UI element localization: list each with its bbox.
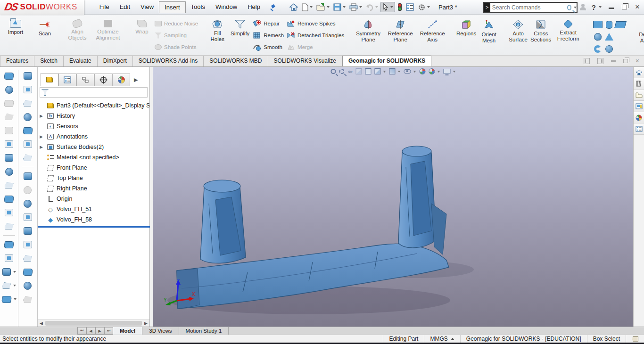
tree-item-material[interactable]: Material <not specified> <box>40 152 149 163</box>
new-document-button[interactable] <box>300 2 314 12</box>
edit-appearance-icon[interactable] <box>420 68 426 74</box>
tool-magnify-box-icon[interactable] <box>24 171 32 181</box>
merge-button[interactable]: Merge <box>287 42 344 52</box>
cross-sections-button[interactable]: Cross Sections <box>530 17 552 54</box>
tool-ghost-icon[interactable] <box>24 185 32 195</box>
displaymanager-tab[interactable] <box>112 74 130 86</box>
tool-delete-mesh-icon[interactable] <box>5 207 13 218</box>
tree-item-annotations[interactable]: ▶A Annotations <box>40 131 149 142</box>
graphics-viewport[interactable]: ⇦ Z X Y <box>153 67 633 327</box>
tool-box-down-icon[interactable] <box>24 84 32 95</box>
options-list-button[interactable] <box>405 2 415 12</box>
tool-smooth-surface-icon[interactable] <box>5 253 13 263</box>
tree-item-front-plane[interactable]: Front Plane <box>40 163 149 173</box>
print-button[interactable] <box>348 2 363 12</box>
tree-horizontal-scrollbar[interactable]: ◀ ▶ <box>38 319 149 327</box>
menu-help[interactable]: Help <box>242 1 265 13</box>
tool-pins-icon[interactable] <box>2 280 16 291</box>
tool-plane-icon[interactable] <box>5 153 13 163</box>
tool-push-icon[interactable] <box>5 112 14 122</box>
primitive-revolve-icon[interactable] <box>594 33 602 41</box>
tool-wrap-surface-icon[interactable] <box>5 139 13 149</box>
tool-import-surface-icon[interactable] <box>4 71 14 81</box>
close-button[interactable]: × <box>634 2 641 12</box>
import-button[interactable]: Import <box>5 17 26 54</box>
menu-window[interactable]: Window <box>210 1 242 13</box>
scroll-right-icon[interactable]: ▶ <box>142 321 149 326</box>
detached-triangles-button[interactable]: Detached Triangles <box>287 31 344 40</box>
user-account-icon[interactable] <box>579 4 586 10</box>
menu-edit[interactable]: Edit <box>115 1 135 13</box>
tab-motion-study-1[interactable]: Motion Study 1 <box>179 327 229 335</box>
tree-item-history[interactable]: ▶↻ History <box>40 111 149 121</box>
tree-item-volvo-fh-51[interactable]: ◇ Volvo_FH_51 <box>40 204 149 214</box>
tree-filter-box[interactable] <box>40 87 148 98</box>
reference-plane-button[interactable]: Reference Plane <box>385 17 416 54</box>
tool-solid-wedge-icon[interactable] <box>24 226 32 236</box>
tool-box-wave-icon[interactable] <box>24 212 32 222</box>
primitive-cylinder-icon[interactable] <box>606 21 612 29</box>
configurationmanager-tab[interactable] <box>76 74 94 86</box>
tab-sketch[interactable]: Sketch <box>34 56 64 66</box>
tool-new-folder-icon[interactable] <box>23 267 33 277</box>
fill-holes-button[interactable]: Fill Holes <box>206 17 228 54</box>
optimize-alignment-button[interactable]: Optimize Alignment <box>92 17 124 54</box>
tree-item-origin[interactable]: Origin <box>40 194 149 204</box>
collapse-left-panel-icon[interactable] <box>584 58 590 64</box>
tab-dimxpert[interactable]: DimXpert <box>98 56 133 66</box>
menu-file[interactable]: File <box>94 1 115 13</box>
zoom-to-fit-icon[interactable] <box>330 69 336 74</box>
design-library-icon[interactable] <box>634 78 644 90</box>
apply-scene-icon[interactable] <box>429 68 440 74</box>
doc-minimize-icon[interactable] <box>611 60 616 62</box>
menu-view[interactable]: View <box>135 1 159 13</box>
propertymanager-tab[interactable] <box>58 74 76 86</box>
open-document-button[interactable] <box>315 2 331 12</box>
appearances-scenes-icon[interactable] <box>634 112 644 123</box>
tool-box-out-icon[interactable] <box>23 253 32 263</box>
tool-magnify-icon[interactable] <box>24 198 32 209</box>
primitive-plane-icon[interactable] <box>614 21 627 28</box>
save-button[interactable] <box>332 2 347 12</box>
tab-solidworks-addins[interactable]: SOLIDWORKS Add-Ins <box>133 56 204 66</box>
annotation-visibility-icon[interactable] <box>365 68 372 74</box>
tree-item-surface-bodies[interactable]: ▶▩ Surface Bodies(2) <box>40 142 149 152</box>
tree-item-sensors[interactable]: ◐ Sensors <box>40 121 149 131</box>
section-view-icon[interactable] <box>356 68 362 74</box>
primitive-box-icon[interactable] <box>593 21 603 28</box>
help-caret-icon[interactable] <box>599 6 602 8</box>
scroll-left-icon[interactable]: ◀ <box>38 321 45 326</box>
undo-button[interactable] <box>364 3 380 12</box>
search-icon[interactable] <box>567 5 571 10</box>
sampling-button[interactable]: Sampling <box>155 31 198 40</box>
tool-fillet-icon[interactable] <box>5 180 14 190</box>
auto-surface-button[interactable]: AAuto Surface <box>507 17 529 54</box>
tool-sphere-split-icon[interactable] <box>24 280 32 291</box>
display-style-icon[interactable] <box>389 68 401 74</box>
task-home-icon[interactable] <box>634 67 644 78</box>
tool-stitch-icon[interactable] <box>5 221 14 231</box>
tool-stack-icon[interactable] <box>23 294 32 304</box>
tool-spline-icon[interactable] <box>2 294 17 304</box>
regions-button[interactable]: Regions <box>455 17 477 54</box>
rollback-bar[interactable] <box>38 226 150 228</box>
reference-axis-button[interactable]: Reference Axis <box>417 17 448 54</box>
view-orientation-icon[interactable] <box>375 68 386 74</box>
tab-model[interactable]: Model <box>113 327 142 335</box>
scan-button[interactable]: Scan <box>34 17 56 54</box>
simplify-button[interactable]: Simplify <box>229 17 251 54</box>
shade-points-button[interactable]: Shade Points <box>155 42 198 52</box>
symmetry-plane-button[interactable]: Symmetry Plane <box>353 17 384 54</box>
remesh-button[interactable]: Remesh <box>253 31 284 40</box>
tool-wrap2-icon[interactable] <box>24 139 32 149</box>
home-button[interactable] <box>288 2 299 12</box>
deviation-analysis-button[interactable]: Deviation Analysis <box>635 17 644 54</box>
tool-zipper-icon[interactable] <box>23 153 32 163</box>
expand-arrow-icon[interactable]: ▶ <box>40 114 44 118</box>
tool-curve-icon[interactable] <box>4 98 14 108</box>
primitive-torus-icon[interactable] <box>594 45 602 53</box>
repair-button[interactable]: Repair <box>253 19 284 28</box>
hide-show-items-icon[interactable] <box>404 69 416 74</box>
search-commands-box[interactable]: > <box>483 2 578 13</box>
tab-next-icon[interactable]: ▶ <box>95 327 104 335</box>
